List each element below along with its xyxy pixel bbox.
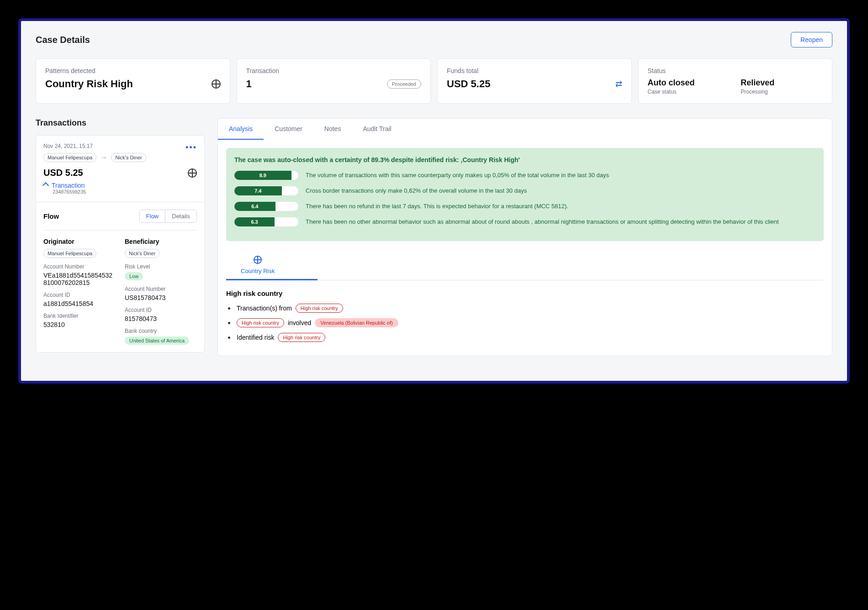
bullet-icon [228,322,230,324]
benef-acct-id: 815780473 [125,315,197,322]
score-bar: 6.3 [234,217,298,226]
benef-acct-num: US815780473 [125,294,197,301]
originator-title: Originator [43,238,116,245]
analysis-summary-title: The case was auto-closed with a certaint… [234,156,815,163]
hrc-pill: High risk country [296,304,343,313]
orig-acct-id: a1881d55415854 [43,300,116,307]
transaction-amount: USD 5.25 [43,168,83,178]
benef-acct-num-label: Account Number [125,286,197,292]
score-fill: 8.9 [234,171,291,180]
tab-audit[interactable]: Audit Trail [352,119,402,140]
reopen-button[interactable]: Reopen [791,32,832,47]
risk-tab-country[interactable]: Country Risk [226,250,289,280]
country-pill: Venezuela (Bolivian Republic of) [315,318,398,327]
transaction-label: Transaction [246,67,422,74]
risk-line1-text: Transaction(s) from [237,305,292,312]
status-card: Status Auto closed Case status Relieved … [638,58,833,104]
case-status-sub: Case status [648,89,730,95]
benef-acct-id-label: Account ID [125,307,197,313]
hrc-pill: High risk country [278,333,325,342]
flow-toggle: Flow Details [139,210,197,223]
processing-sub: Processing [741,89,823,95]
orig-acct-num: VEa1881d554158545328100076202815 [43,272,116,286]
score-text: There has been no refund in the last 7 d… [306,202,568,211]
hrc-pill: High risk country [237,318,284,327]
score-row: 8.9The volume of transactions with this … [234,171,815,180]
status-label: Status [648,67,823,74]
originator-pill[interactable]: Manuel Felipescupa [43,249,96,258]
collapse-label: Transaction [52,182,85,189]
chevron-up-icon [42,182,49,189]
score-text: The volume of transactions with this sam… [306,171,609,180]
globe-icon [254,256,262,264]
beneficiary-section: Beneficiary Nick's Diner Risk Level Low … [125,238,197,345]
score-fill: 6.3 [234,217,275,226]
score-text: There has been no other abnormal behavio… [306,217,779,226]
benef-risk-pill: Low [125,272,143,280]
funds-label: Funds total [447,67,622,74]
score-fill: 6.4 [234,202,275,211]
funds-card: Funds total USD 5.25 ⇄ [437,58,632,104]
score-bar: 7.4 [234,186,298,195]
tab-customer[interactable]: Customer [264,119,313,140]
more-icon[interactable]: ••• [185,143,197,152]
proceeded-badge: Proceeded [387,79,421,89]
risk-item: High risk country involved Venezuela (Bo… [226,318,824,327]
arrow-icon: → [100,153,107,162]
page-title: Case Details [36,35,90,45]
orig-bank-id-label: Bank Identifier [43,313,116,319]
from-pill[interactable]: Manuel Felipescupa [43,153,96,162]
risk-detail-title: High risk country [226,289,824,297]
benef-bank-country-pill: United States of America [125,337,189,345]
transactions-title: Transactions [36,118,205,128]
score-row: 6.4There has been no refund in the last … [234,202,815,211]
funds-value: USD 5.25 [447,78,490,90]
risk-tab-label: Country Risk [241,268,275,274]
analysis-summary-box: The case was auto-closed with a certaint… [226,148,824,241]
transaction-id: 234876598235 [53,189,197,195]
risk-item: Transaction(s) from High risk country [226,304,824,313]
flow-tab-button[interactable]: Flow [140,210,165,222]
score-row: 7.4Cross border transactions only make 0… [234,186,815,195]
tab-notes[interactable]: Notes [313,119,352,140]
transaction-card: Transaction 1 Proceeded [237,58,431,104]
benef-bank-country-label: Bank country [125,328,197,334]
bullet-icon [228,337,230,339]
orig-bank-id: 532810 [43,321,116,328]
transaction-date: Nov 24, 2021, 15:17 [43,143,146,149]
processing-value: Relieved [741,78,823,88]
score-bar: 6.4 [234,202,298,211]
details-tab-button[interactable]: Details [165,210,196,222]
to-pill[interactable]: Nick's Diner [111,153,146,162]
beneficiary-title: Beneficiary [125,238,197,245]
risk-line3-text: Identified risk [237,334,274,341]
analysis-tabs: Analysis Customer Notes Audit Trail [217,118,832,140]
case-status-value: Auto closed [648,78,730,88]
beneficiary-pill[interactable]: Nick's Diner [125,249,159,258]
patterns-card: Patterns detected Country Risk High [36,58,230,104]
risk-item: Identified risk High risk country [226,333,824,342]
transaction-collapse[interactable]: Transaction [43,182,197,189]
transaction-item: Nov 24, 2021, 15:17 Manuel Felipescupa →… [36,135,205,352]
flow-title: Flow [43,212,59,220]
globe-icon [188,168,197,178]
orig-acct-num-label: Account Number [43,263,116,270]
transaction-value: 1 [246,78,252,90]
patterns-value: Country Risk High [45,78,133,90]
benef-risk-label: Risk Level [125,263,197,270]
score-fill: 7.4 [234,186,282,195]
score-row: 6.3There has been no other abnormal beha… [234,217,815,226]
transfer-icon: ⇄ [615,79,622,89]
originator-section: Originator Manuel Felipescupa Account Nu… [43,238,116,345]
score-bar: 8.9 [234,171,298,180]
patterns-label: Patterns detected [45,67,221,74]
bullet-icon [228,307,230,310]
risk-tab-underline [226,279,318,280]
orig-acct-id-label: Account ID [43,292,116,298]
risk-line2-text: involved [288,319,311,326]
tab-analysis[interactable]: Analysis [218,119,264,140]
globe-icon [212,79,221,89]
score-text: Cross border transactions only make 0,62… [306,186,527,195]
